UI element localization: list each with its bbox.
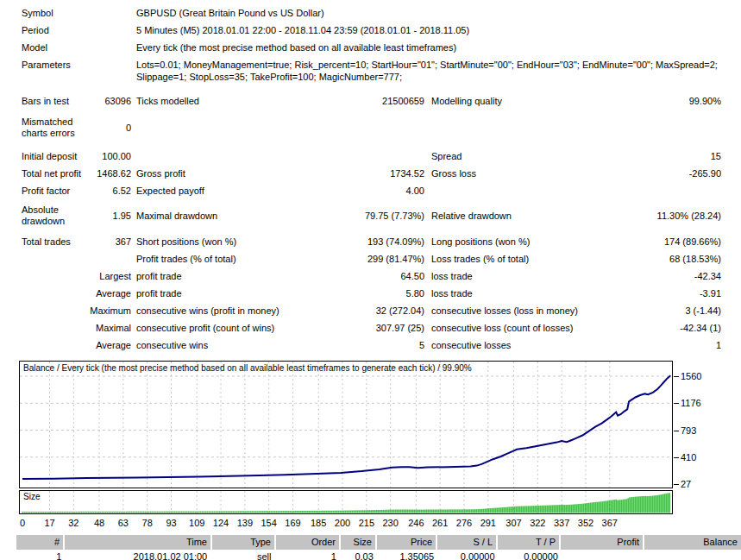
maximal-drawdown-value: 79.75 (7.73%) (365, 211, 424, 222)
column-header-sl[interactable]: S / L (437, 535, 498, 550)
trade-cell: 0.00000 (437, 551, 498, 560)
consecutive-wins-money-value: 32 (272.04) (376, 305, 424, 317)
x-axis-label: 93 (166, 518, 176, 528)
bars-in-test-label: Bars in test (22, 96, 69, 107)
report-row-model: Model Every tick (the most precise metho… (0, 41, 741, 59)
short-positions-label: Short positions (won %) (136, 236, 236, 248)
balance-curve (22, 375, 670, 479)
row-left-gutter (0, 551, 16, 560)
report-row-net-profit: Total net profit 1468.62 Gross profit 17… (0, 167, 741, 185)
column-header-order[interactable]: Order (276, 535, 341, 550)
balance-chart-border (20, 362, 673, 488)
model-value: Every tick (the most precise method base… (136, 41, 721, 59)
average-profit-trade-value: 5.80 (406, 288, 424, 299)
initial-deposit-value: 100.00 (102, 151, 131, 162)
profit-factor-label: Profit factor (22, 186, 70, 197)
long-positions-value: 174 (89.66%) (664, 236, 721, 248)
largest-loss-trade-value: -42.34 (694, 271, 721, 282)
column-header-type[interactable]: Type (212, 535, 276, 550)
x-axis-label: 78 (142, 518, 153, 528)
parameters-label: Parameters (22, 60, 71, 71)
profit-trades-value: 299 (81.47%) (367, 254, 424, 265)
expected-payoff-label: Expected payoff (136, 186, 204, 197)
average-qualifier: Average (96, 288, 131, 299)
x-axis-label: 322 (530, 518, 545, 528)
table-left-gutter (0, 535, 16, 550)
column-header-profit[interactable]: Profit (561, 535, 644, 550)
largest-loss-trade-label: loss trade (431, 271, 473, 282)
total-trades-value: 367 (116, 236, 131, 248)
size-chart (19, 490, 673, 514)
trade-row[interactable]: 12018.01.02 01:00sell10.031.350650.00000… (0, 551, 741, 560)
y-axis-label: 410 (681, 452, 696, 462)
x-axis-label: 215 (359, 518, 374, 528)
largest-profit-trade-value: 64.50 (400, 271, 424, 282)
strategy-tester-report: Symbol GBPUSD (Great Britain Pound vs US… (0, 7, 741, 560)
trade-cell: 2018.01.02 01:00 (65, 551, 210, 560)
column-header-balance[interactable]: Balance (644, 535, 741, 550)
gross-loss-value: -265.90 (689, 168, 721, 179)
column-header-time[interactable]: Time (65, 535, 212, 550)
avg-consecutive-losses-label: consecutive losses (431, 340, 511, 351)
trade-cell: 0.00000 (499, 551, 562, 560)
maximal-drawdown-label: Maximal drawdown (136, 211, 217, 222)
modelling-quality-value: 99.90% (689, 96, 721, 107)
consecutive-losses-money-label: consecutive losses (loss in money) (431, 305, 578, 317)
largest-qualifier: Largest (99, 271, 131, 282)
report-row-largest: Largest profit trade 64.50 loss trade -4… (0, 270, 741, 287)
y-axis-tick (674, 376, 679, 377)
trade-cell (645, 551, 741, 560)
x-axis-label: 139 (237, 518, 253, 528)
column-header-#[interactable]: # (16, 535, 65, 550)
maximal-qualifier: Maximal (96, 323, 131, 334)
profit-factor-value: 6.52 (113, 186, 131, 197)
period-label: Period (22, 25, 49, 36)
y-axis-tick (674, 431, 679, 431)
report-row-bars: Bars in test 63096 Ticks modelled 215006… (0, 95, 741, 112)
x-axis-label: 169 (285, 518, 300, 528)
x-axis-label: 17 (44, 518, 54, 528)
total-trades-label: Total trades (22, 236, 71, 248)
x-axis-label: 367 (602, 518, 618, 528)
trade-cell: sell (210, 551, 274, 560)
x-axis-label: 0 (20, 518, 25, 528)
trade-cell: 1 (16, 551, 66, 560)
x-axis-label: 185 (311, 518, 326, 528)
x-axis-label: 276 (456, 518, 472, 528)
model-label: Model (22, 42, 47, 53)
gross-profit-label: Gross profit (136, 168, 185, 179)
long-positions-label: Long positions (won %) (431, 236, 530, 248)
report-row-profit-factor: Profit factor 6.52 Expected payoff 4.00 (0, 185, 741, 202)
parameters-value: Lots=0.01; MoneyManagement=true; Risk_pe… (136, 59, 721, 91)
relative-drawdown-value: 11.30% (28.24) (657, 211, 721, 222)
x-axis-label: 307 (506, 518, 521, 528)
trade-cell: 1 (275, 551, 340, 560)
consecutive-losses-money-value: 3 (-1.44) (685, 305, 721, 317)
column-header-price[interactable]: Price (377, 535, 437, 550)
x-axis-label: 246 (408, 518, 424, 528)
y-axis-label: 793 (681, 425, 696, 436)
column-header-tp[interactable]: T / P (498, 535, 561, 550)
x-axis-label: 230 (382, 518, 398, 528)
y-axis-label: 27 (681, 479, 691, 489)
relative-drawdown-label: Relative drawdown (431, 211, 512, 222)
mismatched-errors-value: 0 (126, 123, 131, 134)
x-axis-label: 63 (118, 518, 129, 528)
spread-value: 15 (711, 151, 721, 162)
average-loss-trade-label: loss trade (431, 288, 473, 299)
size-bars (22, 493, 670, 513)
trade-cell: 1.35065 (377, 551, 437, 560)
column-header-size[interactable]: Size (341, 535, 377, 550)
gross-loss-label: Gross loss (431, 168, 476, 179)
report-row-average-trade: Average profit trade 5.80 loss trade -3.… (0, 287, 741, 305)
y-axis-label: 1560 (681, 371, 701, 381)
balance-chart-title: Balance / Every tick (the most precise m… (23, 363, 472, 373)
report-row-parameters: Parameters Lots=0.01; MoneyManagement=tr… (0, 59, 741, 91)
y-axis-tick (674, 403, 679, 404)
trade-cell: 0.03 (340, 551, 377, 560)
absolute-drawdown-label: Absolute drawdown (22, 204, 85, 227)
absolute-drawdown-value: 1.95 (113, 211, 131, 222)
trades-table-header: #TimeTypeOrderSizePriceS / LT / PProfitB… (0, 535, 741, 550)
report-row-maximal-consecutive: Maximal consecutive profit (count of win… (0, 322, 741, 339)
y-axis-tick (674, 457, 679, 458)
